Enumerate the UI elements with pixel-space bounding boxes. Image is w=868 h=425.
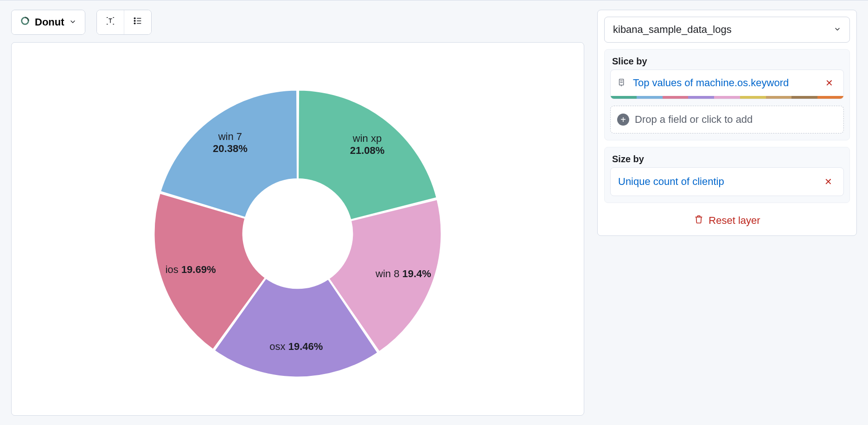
- svg-point-4: [243, 179, 352, 288]
- text-mode-button[interactable]: [97, 10, 124, 34]
- slice-label: win 8 19.4%: [376, 268, 431, 280]
- slice-label: win 720.38%: [213, 131, 248, 155]
- size-by-title: Size by: [605, 147, 849, 167]
- size-metric-card: Unique count of clientip ✕: [610, 167, 844, 196]
- side-column: kibana_sample_data_logs Slice by: [597, 10, 857, 416]
- quick-actions-group: [96, 10, 152, 35]
- reset-layer-label: Reset layer: [708, 215, 760, 227]
- datasource-label: kibana_sample_data_logs: [613, 24, 732, 36]
- text-brackets-icon: [105, 16, 115, 29]
- slice-by-title: Slice by: [605, 50, 849, 70]
- close-icon: ✕: [825, 78, 833, 88]
- chevron-down-icon: [69, 16, 77, 28]
- slice-dimension-label[interactable]: Top values of machine.os.keyword: [633, 76, 816, 90]
- datasource-select[interactable]: kibana_sample_data_logs: [604, 17, 850, 43]
- slice-dropzone-label: Drop a field or click to add: [635, 114, 753, 126]
- layer-panel: kibana_sample_data_logs Slice by: [597, 10, 857, 236]
- slice-dimension-card: Top values of machine.os.keyword ✕: [610, 70, 844, 99]
- vis-type-selector[interactable]: Donut: [12, 10, 85, 34]
- slice-label: osx 19.46%: [269, 341, 323, 353]
- app-root: Donut: [0, 0, 868, 425]
- toolbar: Donut: [11, 10, 584, 35]
- vis-type-selector-group: Donut: [11, 10, 85, 35]
- slice-label: win xp21.08%: [350, 133, 385, 157]
- size-by-section: Size by Unique count of clientip ✕: [604, 147, 850, 203]
- donut-icon: [20, 16, 30, 29]
- plus-circle-icon: +: [617, 114, 629, 126]
- palette-strip: [611, 96, 843, 99]
- slice-label: ios 19.69%: [166, 264, 216, 276]
- palette-icon: [617, 78, 627, 88]
- vis-type-label: Donut: [35, 16, 64, 28]
- svg-point-1: [134, 18, 135, 19]
- svg-point-2: [134, 20, 135, 22]
- remove-size-metric-button[interactable]: ✕: [821, 174, 836, 189]
- slice-dropzone[interactable]: + Drop a field or click to add: [610, 106, 844, 133]
- donut-chart: win xp21.08%win 8 19.4%osx 19.46%ios 19.…: [112, 53, 483, 405]
- chart-card: win xp21.08%win 8 19.4%osx 19.46%ios 19.…: [11, 42, 584, 416]
- reset-layer-button[interactable]: Reset layer: [604, 209, 850, 229]
- svg-rect-5: [619, 79, 624, 85]
- size-metric-label[interactable]: Unique count of clientip: [618, 176, 724, 188]
- chevron-down-icon: [834, 24, 841, 36]
- close-icon: ✕: [824, 177, 832, 187]
- main-column: Donut: [11, 10, 584, 416]
- slice-by-section: Slice by Top values of machine.o: [604, 49, 850, 140]
- svg-point-3: [134, 23, 135, 24]
- legend-list-icon: [133, 16, 143, 29]
- trash-icon: [694, 214, 704, 227]
- remove-slice-dimension-button[interactable]: ✕: [822, 76, 837, 90]
- legend-settings-button[interactable]: [124, 10, 151, 34]
